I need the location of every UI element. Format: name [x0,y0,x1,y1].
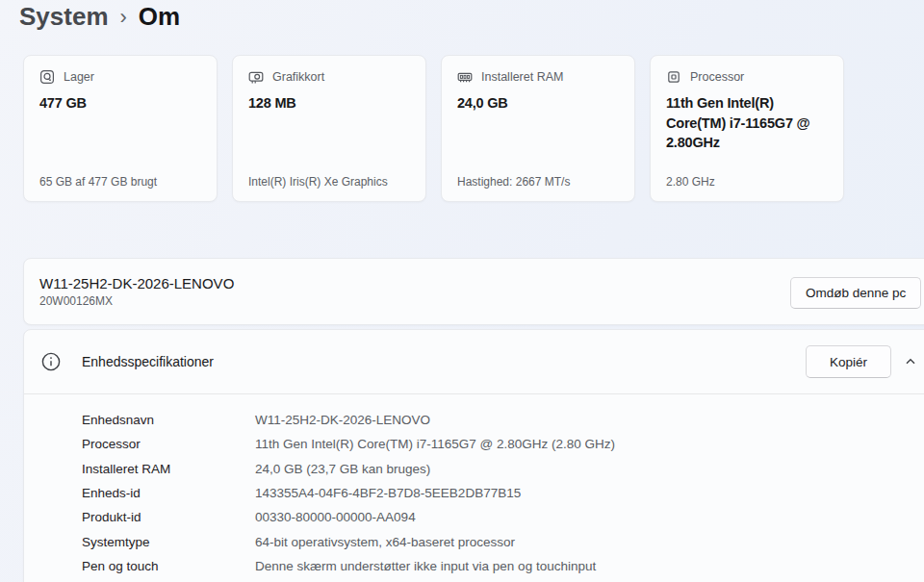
graphics-card[interactable]: Grafikkort 128 MB Intel(R) Iris(R) Xe Gr… [232,55,426,202]
storage-card[interactable]: Lager 477 GB 65 GB af 477 GB brugt [23,55,218,202]
processor-card[interactable]: Processor 11th Gen Intel(R) Core(TM) i7-… [650,55,844,202]
specs-header[interactable]: Enhedsspecifikationer Kopiér [24,330,924,393]
spec-value: Denne skærm understøtter ikke input via … [255,559,596,573]
chevron-up-icon[interactable] [903,354,918,369]
card-label: Installeret RAM [481,70,563,84]
card-detail: 2.80 GHz [666,175,828,189]
card-label: Lager [64,70,94,84]
breadcrumb: System › Om [19,2,180,32]
ram-icon [457,69,473,85]
spec-label: Enhedsnavn [82,413,255,427]
info-icon [39,350,63,373]
breadcrumb-system[interactable]: System [19,2,109,32]
table-row: Produkt-id 00330-80000-00000-AA094 [82,505,924,529]
spec-label: Produkt-id [82,510,255,524]
spec-label: Pen og touch [82,559,255,573]
spec-label: Processor [82,437,255,451]
card-value: 477 GB [39,93,201,114]
chevron-right-icon: › [120,4,127,30]
spec-value: 11th Gen Intel(R) Core(TM) i7-1165G7 @ 2… [255,437,615,451]
card-detail: 65 GB af 477 GB brugt [39,175,201,189]
cpu-icon [666,69,681,85]
table-row: Pen og touch Denne skærm understøtter ik… [82,554,924,578]
table-row: Processor 11th Gen Intel(R) Core(TM) i7-… [82,432,924,456]
card-value: 11th Gen Intel(R) Core(TM) i7-1165G7 @ 2… [666,93,828,153]
summary-cards: Lager 477 GB 65 GB af 477 GB brugt Grafi… [23,55,844,202]
device-name-panel: W11-25H2-DK-2026-LENOVO 20W00126MX Omdøb… [23,258,924,325]
card-detail: Intel(R) Iris(R) Xe Graphics [248,175,410,189]
spec-value: 00330-80000-00000-AA094 [255,510,416,524]
spec-label: Systemtype [82,535,255,549]
divider [24,393,924,394]
copy-button[interactable]: Kopiér [806,345,891,378]
rename-pc-button[interactable]: Omdøb denne pc [790,277,921,309]
specs-title: Enhedsspecifikationer [82,354,214,369]
spec-label: Enheds-id [82,486,255,500]
spec-value: W11-25H2-DK-2026-LENOVO [255,413,430,427]
card-value: 128 MB [248,93,410,114]
spec-value: 24,0 GB (23,7 GB kan bruges) [255,462,430,476]
table-row: Enhedsnavn W11-25H2-DK-2026-LENOVO [82,408,924,432]
card-value: 24,0 GB [457,93,619,114]
device-specs-panel: Enhedsspecifikationer Kopiér Enhedsnavn … [23,329,924,582]
spec-label: Installeret RAM [82,462,255,476]
table-row: Systemtype 64-bit operativsystem, x64-ba… [82,529,924,553]
card-detail: Hastighed: 2667 MT/s [457,175,619,189]
spec-value: 143355A4-04F6-4BF2-B7D8-5EEB2DB77B15 [255,486,521,500]
gpu-icon [248,69,264,85]
specs-table: Enhedsnavn W11-25H2-DK-2026-LENOVO Proce… [24,393,924,578]
card-label: Grafikkort [272,70,324,84]
table-row: Installeret RAM 24,0 GB (23,7 GB kan bru… [82,457,924,481]
ram-card[interactable]: Installeret RAM 24,0 GB Hastighed: 2667 … [441,55,635,202]
card-label: Processor [690,70,744,84]
table-row: Enheds-id 143355A4-04F6-4BF2-B7D8-5EEB2D… [82,481,924,505]
storage-icon [39,69,55,85]
spec-value: 64-bit operativsystem, x64-baseret proce… [255,535,515,549]
page-title: Om [139,2,180,32]
